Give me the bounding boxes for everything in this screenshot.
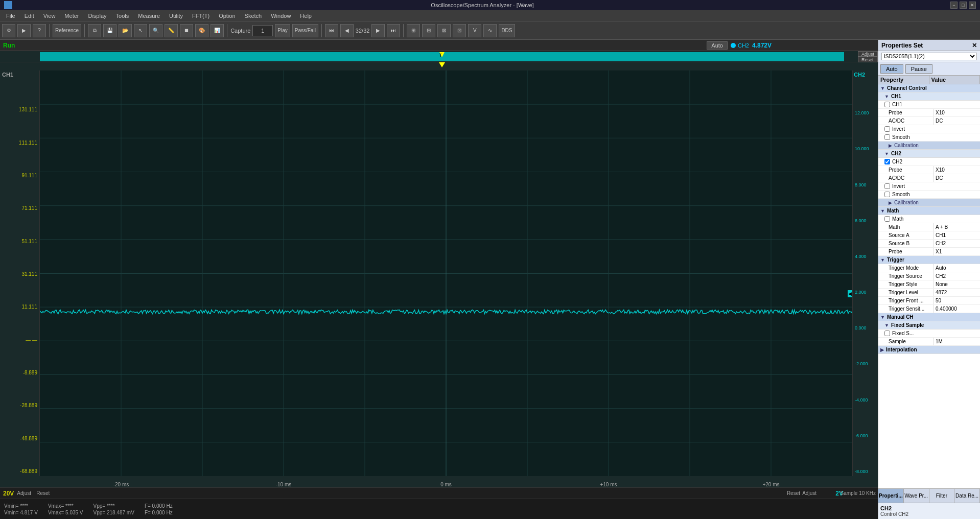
tb-open-icon[interactable]: 📂 [119, 24, 132, 37]
tb-color-icon[interactable]: 🎨 [195, 24, 208, 37]
scale-reset-left[interactable]: Reset [36, 490, 50, 496]
tb-v-icon[interactable]: V [468, 24, 481, 37]
menu-file[interactable]: File [2, 12, 19, 20]
value-col-header: Value [929, 76, 981, 84]
close-button[interactable]: ✕ [969, 2, 976, 9]
menu-view[interactable]: View [39, 12, 60, 20]
scale-adjust-left[interactable]: Adjust [17, 490, 31, 496]
ch1-smooth-checkbox[interactable]: Smooth [878, 133, 980, 141]
tab-properties[interactable]: Properti... [878, 489, 904, 503]
ch2-checkbox-input[interactable] [884, 159, 890, 164]
tb-cursor-icon[interactable]: ↖ [134, 24, 147, 37]
adjust-button[interactable]: Adjust [858, 51, 878, 57]
reset-button[interactable]: Reset [858, 57, 878, 62]
section-math[interactable]: ▼ Math [878, 207, 980, 215]
section-interpolation[interactable]: ▶ Interpolation [878, 346, 980, 354]
tab-filter[interactable]: Filter [929, 489, 955, 503]
menu-help[interactable]: Help [296, 12, 316, 20]
ch2-arrow-indicator[interactable]: ◀ [848, 290, 852, 297]
tb-stop-icon[interactable]: ⏹ [180, 24, 193, 37]
y2-label-1: 10.000 [854, 146, 877, 151]
section-trigger[interactable]: ▼ Trigger [878, 256, 980, 264]
ch1-acdc-row: AC/DC DC [878, 117, 980, 125]
ch1-invert-checkbox[interactable]: Invert [878, 125, 980, 133]
ch2-invert-checkbox[interactable]: Invert [878, 182, 980, 191]
prop-bottom-label: Control CH2 [880, 511, 978, 517]
menu-tools[interactable]: Tools [112, 12, 133, 20]
ch1-invert-input[interactable] [884, 126, 890, 132]
trigger-t-arrow [439, 62, 445, 67]
ch2-smooth-checkbox[interactable]: Smooth [878, 191, 980, 199]
ch2-smooth-input[interactable] [884, 192, 890, 197]
subsection-fixed-sample[interactable]: ▼ Fixed Sample [878, 321, 980, 329]
ch2-dot-indicator [731, 43, 736, 48]
maximize-button[interactable]: □ [960, 2, 967, 9]
menu-display[interactable]: Display [84, 12, 110, 20]
tb-sep3 [227, 24, 227, 37]
tb-icon1[interactable]: ⚙ [2, 24, 15, 37]
menu-edit[interactable]: Edit [20, 12, 38, 20]
play-button[interactable]: Play [275, 24, 290, 37]
ch1-calibration-section[interactable]: ▶Calibration [878, 141, 980, 150]
ch1-smooth-input[interactable] [884, 134, 890, 140]
ch1-checkbox-input[interactable] [884, 102, 890, 107]
menu-option[interactable]: Option [215, 12, 239, 20]
tb-grid3-icon[interactable]: ⊠ [437, 24, 451, 37]
menu-sketch[interactable]: Sketch [241, 12, 266, 20]
subsection-ch2[interactable]: ▼ CH2 [878, 150, 980, 158]
minimize-button[interactable]: − [950, 2, 958, 9]
math-enabled-checkbox[interactable]: Math [878, 215, 980, 223]
prev2-button[interactable]: ◀ [340, 24, 354, 37]
ch2-runbar-label: CH2 [738, 42, 749, 49]
ch2-calibration-section[interactable]: ▶Calibration [878, 199, 980, 207]
ch2-enabled-checkbox[interactable]: CH2 [878, 158, 980, 166]
tb-icon3[interactable]: ? [33, 24, 46, 37]
section-manual-ch[interactable]: ▼ Manual CH [878, 313, 980, 321]
math-checkbox-input[interactable] [884, 216, 890, 222]
tb-dds-nav-icon[interactable]: 📊 [211, 24, 224, 37]
sample-rate-row: Sample 1M [878, 338, 980, 346]
ch1-enabled-checkbox[interactable]: CH1 [878, 101, 980, 109]
tb-copy-icon[interactable]: ⧉ [88, 24, 101, 37]
reference-button[interactable]: Reference [53, 24, 81, 37]
scale-adjust-right[interactable]: Adjust [802, 490, 816, 496]
menu-measure[interactable]: Measure [134, 12, 164, 20]
tb-save-icon[interactable]: 💾 [103, 24, 116, 37]
tb-grid4-icon[interactable]: ⊡ [453, 24, 466, 37]
subsection-ch1[interactable]: ▼ CH1 [878, 92, 980, 101]
scale-reset-right[interactable]: Reset [787, 490, 800, 496]
tb-wave-icon[interactable]: ∿ [483, 24, 497, 37]
tab-wave-pr[interactable]: Wave Pr... [904, 489, 929, 503]
fixed-sample-input[interactable] [884, 331, 890, 336]
menu-fft[interactable]: FFT(T) [188, 12, 214, 20]
tb-icon2[interactable]: ▶ [17, 24, 31, 37]
ch2-invert-input[interactable] [884, 183, 890, 189]
device-select[interactable]: ISDS205B(1.1)(2) [881, 53, 977, 60]
auto-button[interactable]: Auto [707, 41, 728, 50]
prev-button[interactable]: ⏮ [325, 24, 338, 37]
ch1-stats: Vmin= **** Vmin= 4.817 V [4, 503, 38, 515]
tb-grid-icon[interactable]: ⊞ [407, 24, 420, 37]
menu-window[interactable]: Window [267, 12, 295, 20]
properties-close-button[interactable]: ✕ [972, 42, 977, 49]
sample-rate-label: Sample 10 KHz [841, 490, 876, 496]
ch1-probe-row: Probe X10 [878, 109, 980, 117]
next2-button[interactable]: ▶ [371, 24, 385, 37]
tb-zoom-icon[interactable]: 🔍 [149, 24, 162, 37]
capture-input[interactable] [252, 25, 273, 36]
tb-grid2-icon[interactable]: ⊟ [422, 24, 435, 37]
y-label-9: -48.889 [1, 436, 38, 441]
menu-meter[interactable]: Meter [60, 12, 83, 20]
section-channel-control[interactable]: ▼ Channel Control [878, 84, 980, 92]
tb-sep4 [321, 24, 322, 37]
menu-utility[interactable]: Utility [165, 12, 187, 20]
tb-measure-icon[interactable]: 📏 [165, 24, 178, 37]
vpp1-label: Vpp= **** [94, 503, 134, 509]
fixed-sample-checkbox[interactable]: Fixed S... [878, 329, 980, 338]
pause-prop-button[interactable]: Pause [905, 64, 932, 74]
next-button[interactable]: ⏭ [387, 24, 400, 37]
pass-fail-button[interactable]: Pass/Fail [292, 24, 318, 37]
auto-prop-button[interactable]: Auto [880, 64, 903, 74]
tab-data-re[interactable]: Data Re... [954, 489, 980, 503]
dds-button[interactable]: DDS [499, 24, 515, 37]
